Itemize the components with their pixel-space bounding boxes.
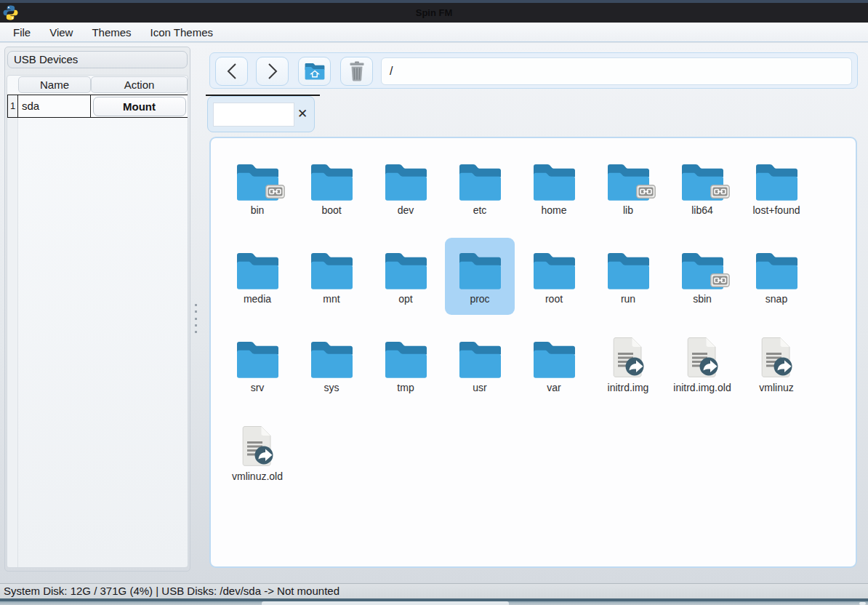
file-item[interactable]: media bbox=[222, 238, 292, 315]
usb-devices-table: Name Action 1 sda Mount bbox=[7, 75, 188, 568]
device-name-cell[interactable]: sda bbox=[18, 95, 91, 118]
file-label: lib64 bbox=[691, 204, 713, 216]
file-label: lost+found bbox=[753, 204, 800, 216]
menu-file[interactable]: File bbox=[6, 24, 38, 41]
folder-icon bbox=[308, 161, 355, 201]
trash-button[interactable] bbox=[340, 57, 373, 86]
file-item[interactable]: lost+found bbox=[742, 149, 811, 226]
menu-icon-themes[interactable]: Icon Themes bbox=[143, 24, 220, 41]
file-label: lib bbox=[623, 204, 633, 216]
file-label: run bbox=[621, 293, 635, 305]
file-item[interactable]: vmlinuz.old bbox=[222, 415, 292, 492]
file-link-icon bbox=[611, 335, 646, 379]
folder-icon bbox=[753, 161, 800, 201]
file-item[interactable]: usr bbox=[445, 326, 515, 404]
folder-icon bbox=[382, 249, 429, 290]
file-label: boot bbox=[321, 204, 341, 216]
file-item[interactable]: proc bbox=[445, 238, 515, 315]
file-item[interactable]: srv bbox=[222, 326, 292, 404]
window-title: Spin FM bbox=[0, 7, 868, 18]
file-label: vmlinuz.old bbox=[232, 470, 283, 482]
file-item[interactable]: lib bbox=[593, 149, 663, 226]
folder-icon bbox=[308, 338, 355, 379]
mount-button[interactable]: Mount bbox=[93, 97, 186, 116]
folder-icon bbox=[531, 338, 577, 379]
file-item[interactable]: dev bbox=[371, 149, 441, 226]
file-item[interactable]: boot bbox=[297, 149, 366, 226]
file-item[interactable]: bin bbox=[222, 149, 292, 226]
back-button[interactable] bbox=[215, 57, 248, 86]
link-emblem-icon bbox=[710, 185, 730, 199]
file-item[interactable]: initrd.img bbox=[593, 326, 663, 404]
menu-view[interactable]: View bbox=[42, 24, 80, 41]
link-emblem-icon bbox=[265, 185, 285, 199]
folder-icon bbox=[382, 161, 429, 201]
usb-devices-header: USB Devices bbox=[7, 51, 188, 68]
file-item[interactable]: run bbox=[593, 238, 663, 315]
file-link-icon bbox=[240, 424, 275, 468]
menubar: File View Themes Icon Themes bbox=[0, 23, 868, 42]
file-label: initrd.img bbox=[608, 382, 649, 393]
chevron-left-icon bbox=[225, 63, 238, 80]
file-label: srv bbox=[251, 382, 265, 393]
navigation-toolbar: / bbox=[209, 52, 858, 89]
spin-fm-window: Spin FM File View Themes Icon Themes USB… bbox=[0, 0, 868, 605]
folder-icon bbox=[605, 249, 651, 290]
file-item[interactable]: sbin bbox=[667, 238, 737, 315]
file-label: root bbox=[545, 293, 563, 305]
panel-splitter-handle[interactable] bbox=[195, 304, 198, 333]
file-item[interactable]: root bbox=[519, 238, 589, 315]
file-item[interactable]: lib64 bbox=[667, 149, 737, 226]
file-item[interactable]: tmp bbox=[371, 326, 441, 404]
home-button[interactable] bbox=[298, 57, 331, 86]
file-label: usr bbox=[473, 382, 486, 393]
folder-icon bbox=[531, 249, 577, 290]
file-item[interactable]: etc bbox=[445, 149, 515, 226]
filter-box: ✕ bbox=[207, 96, 315, 132]
file-label: home bbox=[541, 204, 566, 216]
row-number: 1 bbox=[7, 95, 18, 118]
file-item[interactable]: mnt bbox=[297, 238, 366, 315]
column-header-name[interactable]: Name bbox=[18, 76, 91, 93]
file-label: sbin bbox=[693, 293, 712, 305]
taskbar-tray-edge bbox=[859, 602, 866, 605]
file-label: sys bbox=[324, 382, 339, 393]
file-label: etc bbox=[473, 204, 487, 216]
file-item[interactable]: sys bbox=[297, 326, 366, 404]
folder-icon bbox=[234, 249, 281, 290]
status-bar: System Disk: 12G / 371G (4%) | USB Disks… bbox=[0, 583, 868, 598]
clear-filter-icon[interactable]: ✕ bbox=[295, 106, 310, 122]
folder-icon bbox=[531, 161, 577, 201]
file-item[interactable]: home bbox=[519, 149, 589, 226]
taskbar-item-edge bbox=[262, 601, 509, 605]
file-item[interactable]: var bbox=[519, 326, 589, 404]
row-header-column bbox=[7, 118, 18, 567]
file-grid: bin bo bbox=[220, 149, 813, 492]
chevron-right-icon bbox=[266, 63, 279, 80]
file-item[interactable]: vmlinuz bbox=[742, 326, 811, 404]
file-label: var bbox=[547, 382, 560, 393]
forward-button[interactable] bbox=[256, 57, 289, 86]
menu-themes[interactable]: Themes bbox=[84, 24, 138, 41]
table-corner-cell bbox=[7, 76, 18, 94]
link-emblem-icon bbox=[636, 185, 656, 199]
folder-icon bbox=[457, 338, 503, 379]
folder-icon bbox=[753, 249, 800, 290]
folder-icon bbox=[457, 249, 503, 290]
file-item[interactable]: opt bbox=[371, 238, 441, 315]
titlebar[interactable]: Spin FM bbox=[0, 3, 868, 23]
file-label: initrd.img.old bbox=[673, 382, 731, 393]
table-header-row: Name Action bbox=[7, 76, 188, 94]
file-item[interactable]: initrd.img.old bbox=[667, 326, 737, 404]
file-label: opt bbox=[398, 293, 412, 305]
file-label: dev bbox=[398, 204, 414, 216]
link-emblem-icon bbox=[710, 273, 730, 287]
file-view-panel: bin bo bbox=[209, 137, 857, 568]
column-header-action[interactable]: Action bbox=[91, 76, 188, 93]
filter-input[interactable] bbox=[213, 103, 294, 127]
path-input[interactable]: / bbox=[381, 57, 852, 85]
folder-icon bbox=[234, 338, 281, 379]
file-label: mnt bbox=[323, 293, 339, 305]
file-label: snap bbox=[765, 293, 787, 305]
file-item[interactable]: snap bbox=[742, 238, 811, 315]
